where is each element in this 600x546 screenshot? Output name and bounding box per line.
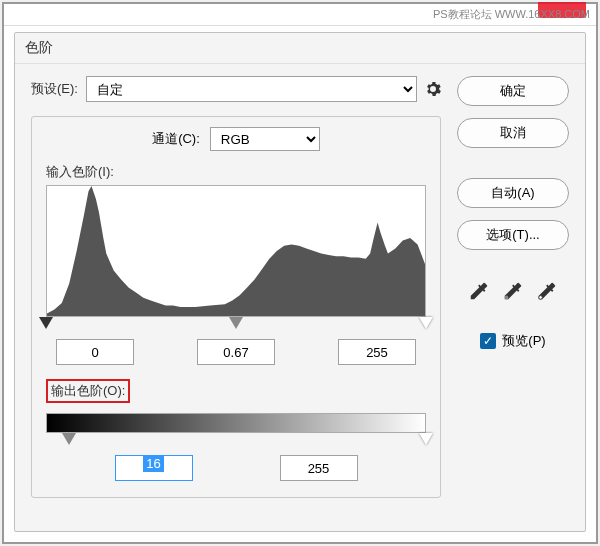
channel-select[interactable]: RGB bbox=[210, 127, 320, 151]
channel-label: 通道(C): bbox=[152, 130, 200, 148]
input-gamma-field[interactable] bbox=[197, 339, 275, 365]
cancel-button[interactable]: 取消 bbox=[457, 118, 569, 148]
watermark-bar: PS教程论坛 WWW.16XX8.COM bbox=[4, 4, 596, 26]
preview-label: 预览(P) bbox=[502, 332, 545, 350]
eyedropper-white-icon[interactable] bbox=[536, 280, 558, 302]
output-slider-track bbox=[46, 433, 426, 447]
eyedropper-black-icon[interactable] bbox=[468, 280, 490, 302]
preset-label: 预设(E): bbox=[31, 80, 78, 98]
svg-point-0 bbox=[505, 296, 509, 300]
input-white-slider[interactable] bbox=[419, 317, 433, 329]
eyedropper-group bbox=[468, 280, 558, 302]
output-high-slider[interactable] bbox=[419, 433, 433, 445]
watermark-text: PS教程论坛 WWW.16XX8.COM bbox=[433, 7, 590, 22]
auto-button[interactable]: 自动(A) bbox=[457, 178, 569, 208]
input-levels-label: 输入色阶(I): bbox=[46, 163, 426, 181]
output-low-slider[interactable] bbox=[62, 433, 76, 445]
svg-point-1 bbox=[539, 296, 543, 300]
options-button[interactable]: 选项(T)... bbox=[457, 220, 569, 250]
gear-icon[interactable] bbox=[425, 81, 441, 97]
input-black-field[interactable] bbox=[56, 339, 134, 365]
input-black-slider[interactable] bbox=[39, 317, 53, 329]
eyedropper-gray-icon[interactable] bbox=[502, 280, 524, 302]
input-white-field[interactable] bbox=[338, 339, 416, 365]
output-gradient bbox=[46, 413, 426, 433]
output-low-field[interactable]: 16 bbox=[115, 455, 193, 481]
preset-select[interactable]: 自定 bbox=[86, 76, 417, 102]
ok-button[interactable]: 确定 bbox=[457, 76, 569, 106]
levels-fieldset: 通道(C): RGB 输入色阶(I): bbox=[31, 116, 441, 498]
dialog-title: 色阶 bbox=[15, 33, 585, 64]
levels-dialog: 色阶 预设(E): 自定 通道(C): RGB bbox=[14, 32, 586, 532]
output-levels-label: 输出色阶(O): bbox=[46, 379, 130, 403]
histogram bbox=[46, 185, 426, 317]
preview-checkbox[interactable]: ✓ bbox=[480, 333, 496, 349]
output-high-field[interactable] bbox=[280, 455, 358, 481]
input-gamma-slider[interactable] bbox=[229, 317, 243, 329]
input-slider-track bbox=[46, 317, 426, 331]
